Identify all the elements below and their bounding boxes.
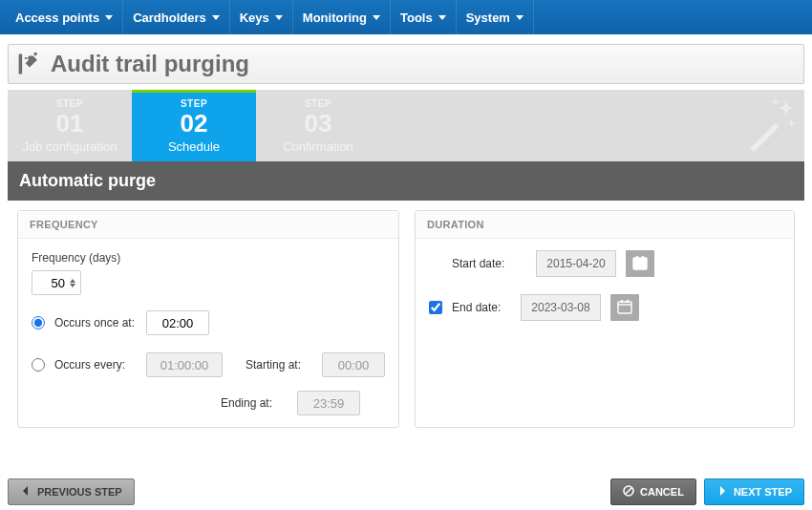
step-name: Schedule	[168, 139, 220, 154]
svg-rect-13	[621, 300, 623, 303]
page-title: Audit trail purging	[51, 51, 249, 77]
page-title-bar: Audit trail purging	[8, 44, 804, 84]
end-date-calendar-button[interactable]	[610, 294, 639, 321]
menu-label: System	[466, 11, 510, 25]
menu-tools[interactable]: Tools	[391, 0, 457, 34]
occurs-every-radio[interactable]	[32, 358, 45, 372]
step-name: Confirmation	[283, 139, 353, 154]
chevron-left-icon	[20, 485, 32, 499]
wizard-wand-icon	[741, 96, 799, 156]
button-label: NEXT STEP	[734, 486, 792, 498]
end-date-label: End date:	[452, 301, 511, 314]
svg-rect-11	[642, 256, 644, 259]
step-word: STEP	[305, 98, 331, 109]
menu-label: Keys	[240, 11, 269, 25]
frequency-panel: FREQUENCY Frequency (days) Occurs once a…	[17, 210, 399, 428]
svg-rect-12	[618, 302, 631, 313]
end-date-checkbox[interactable]	[429, 301, 442, 314]
wizard-button-bar: PREVIOUS STEP CANCEL NEXT STEP	[8, 478, 804, 506]
step-number: 01	[56, 111, 84, 136]
menu-label: Access points	[15, 11, 99, 25]
wizard-step-schedule[interactable]: STEP 02 Schedule	[132, 90, 256, 161]
menu-label: Monitoring	[303, 11, 367, 25]
occurs-once-time-input[interactable]	[146, 310, 209, 335]
chevron-down-icon	[373, 15, 380, 20]
step-name: Job configuration	[22, 139, 117, 154]
step-word: STEP	[56, 98, 83, 109]
svg-rect-14	[627, 300, 629, 303]
svg-line-17	[626, 488, 631, 494]
cancel-button[interactable]: CANCEL	[610, 478, 696, 505]
chevron-down-icon	[212, 15, 220, 20]
duration-panel: DURATION Start date: End date:	[415, 210, 795, 428]
step-number: 03	[305, 111, 332, 136]
next-step-button[interactable]: NEXT STEP	[704, 478, 804, 505]
wizard-steps: STEP 01 Job configuration STEP 02 Schedu…	[8, 90, 804, 161]
menu-label: Cardholders	[133, 11, 206, 25]
occurs-every-label: Occurs every:	[54, 358, 137, 372]
main-menu-bar: Access points Cardholders Keys Monitorin…	[0, 0, 812, 34]
svg-marker-6	[787, 118, 796, 127]
svg-rect-3	[750, 123, 779, 152]
duration-panel-title: DURATION	[416, 211, 794, 239]
section-heading: Automatic purge	[8, 161, 804, 201]
chevron-down-icon	[438, 15, 446, 20]
calendar-icon	[632, 255, 648, 273]
stepper-down-icon[interactable]	[70, 284, 75, 287]
wizard-step-job-configuration[interactable]: STEP 01 Job configuration	[8, 90, 132, 161]
chevron-down-icon	[516, 15, 524, 20]
wizard-step-confirmation[interactable]: STEP 03 Confirmation	[256, 90, 380, 161]
frequency-days-wrap	[32, 270, 81, 295]
menu-label: Tools	[400, 11, 433, 25]
button-label: CANCEL	[640, 486, 684, 498]
svg-point-2	[33, 53, 37, 56]
content-scroll[interactable]: FREQUENCY Frequency (days) Occurs once a…	[8, 201, 804, 437]
menu-system[interactable]: System	[457, 0, 534, 34]
content-area: FREQUENCY Frequency (days) Occurs once a…	[8, 201, 804, 437]
step-number: 02	[181, 111, 208, 136]
svg-marker-4	[779, 101, 793, 116]
frequency-panel-title: FREQUENCY	[18, 211, 398, 239]
start-date-label: Start date:	[452, 257, 526, 270]
ending-at-input[interactable]	[297, 391, 360, 415]
stepper-up-icon[interactable]	[70, 279, 75, 283]
previous-step-button[interactable]: PREVIOUS STEP	[8, 478, 135, 505]
occurs-once-radio[interactable]	[32, 316, 45, 329]
calendar-icon	[617, 299, 632, 317]
starting-at-label: Starting at:	[246, 358, 312, 372]
svg-marker-5	[771, 97, 780, 106]
menu-cardholders[interactable]: Cardholders	[123, 0, 230, 34]
button-label: PREVIOUS STEP	[37, 486, 122, 498]
svg-rect-0	[19, 54, 23, 74]
svg-rect-10	[636, 256, 638, 259]
starting-at-input[interactable]	[322, 352, 385, 377]
purge-tool-icon	[16, 51, 43, 77]
chevron-right-icon	[716, 485, 728, 499]
end-date-input[interactable]	[521, 294, 601, 321]
menu-monitoring[interactable]: Monitoring	[293, 0, 391, 34]
chevron-down-icon	[275, 15, 283, 20]
cancel-icon	[623, 485, 634, 499]
ending-at-label: Ending at:	[221, 396, 288, 410]
frequency-days-label: Frequency (days)	[32, 251, 120, 265]
occurs-every-interval-input[interactable]	[146, 352, 223, 377]
start-date-input[interactable]	[536, 250, 616, 277]
chevron-down-icon	[105, 15, 113, 20]
step-word: STEP	[181, 98, 207, 109]
menu-access-points[interactable]: Access points	[6, 0, 123, 34]
start-date-calendar-button[interactable]	[626, 250, 654, 277]
menu-keys[interactable]: Keys	[230, 0, 293, 34]
occurs-once-label: Occurs once at:	[54, 316, 137, 329]
